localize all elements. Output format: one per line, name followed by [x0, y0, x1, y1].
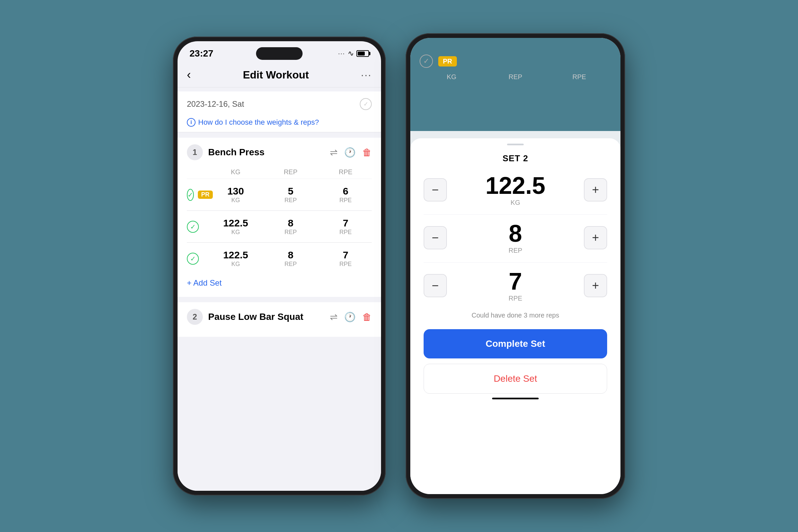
swap-exercise-button[interactable]: ⇌ [330, 147, 338, 158]
exercise2-name: Pause Low Bar Squat [208, 311, 324, 322]
set1-rpe-value: 6 [320, 186, 372, 197]
add-set-button[interactable]: + Add Set [187, 272, 372, 290]
set2-kg-unit: KG [209, 229, 262, 236]
history2-button[interactable]: 🕐 [344, 311, 356, 323]
delete-set-button[interactable]: Delete Set [424, 364, 607, 394]
exercise1-number: 1 [187, 144, 203, 160]
col-headers: KG REP RPE [187, 166, 372, 179]
page-title: Edit Workout [243, 69, 309, 81]
kg-decrement-button[interactable]: − [424, 178, 447, 202]
set2-rpe[interactable]: 7 RPE [320, 217, 372, 236]
set1-rpe[interactable]: 6 RPE [320, 186, 372, 204]
battery-icon [357, 50, 369, 57]
complete-set-button[interactable]: Complete Set [424, 329, 607, 358]
exercise1-card: 1 Bench Press ⇌ 🕐 🗑 KG REP RPE [177, 138, 381, 297]
set2-kg-value: 122.5 [209, 217, 262, 229]
col-kg-header: KG [209, 168, 262, 176]
delete-exercise2-button[interactable]: 🗑 [362, 311, 372, 323]
rep-stepper-row: − 8 REP + [424, 222, 607, 254]
set3-kg-value: 122.5 [209, 249, 262, 261]
rpe-hint-text: Could have done 3 more reps [472, 311, 559, 319]
col-rep-header: REP [264, 168, 317, 176]
rpe-value: 7 [509, 268, 522, 294]
check-icon: ✓ [363, 100, 368, 108]
set3-kg[interactable]: 122.5 KG [209, 249, 262, 268]
rep-value: 8 [509, 220, 522, 247]
complete-workout-button[interactable]: ✓ [360, 98, 372, 110]
set3-rep-value: 8 [264, 249, 317, 261]
sheet-handle [507, 144, 524, 145]
set3-rep-unit: REP [264, 261, 317, 268]
delete-exercise-button[interactable]: 🗑 [362, 147, 372, 158]
phone2-col-rpe: RPE [547, 73, 611, 81]
phone2-pr-badge: PR [438, 56, 457, 66]
wifi-icon: ∿ [348, 49, 354, 58]
rep-decrement-button[interactable]: − [424, 226, 447, 249]
exercise1-name: Bench Press [208, 147, 324, 158]
kg-value: 122.5 [486, 172, 545, 199]
kg-unit: KG [486, 199, 545, 207]
rpe-value-block: 7 RPE [508, 269, 522, 302]
info-icon: i [187, 118, 195, 127]
screen-content: ‹ Edit Workout ··· 2023-12-16, Sat ✓ i H… [177, 62, 381, 491]
set2-kg[interactable]: 122.5 KG [209, 217, 262, 236]
kg-value-block: 122.5 KG [486, 174, 545, 207]
phone2-col-headers: KG REP RPE [420, 73, 611, 81]
phone1-screen: 23:27 ··· ∿ ‹ Edit Workout ··· [177, 41, 381, 491]
set1-kg-value: 130 [209, 186, 262, 197]
rpe-decrement-button[interactable]: − [424, 274, 447, 297]
set2-rpe-unit: RPE [320, 229, 372, 236]
exercise2-card: 2 Pause Low Bar Squat ⇌ 🕐 🗑 [177, 302, 381, 337]
set2-rpe-value: 7 [320, 217, 372, 229]
set2-rep-unit: REP [264, 229, 317, 236]
set3-check[interactable]: ✓ [187, 253, 199, 265]
kg-increment-button[interactable]: + [584, 178, 607, 202]
nav-bar: ‹ Edit Workout ··· [177, 62, 381, 88]
set2-check-col: ✓ [187, 221, 207, 233]
exercise2-actions: ⇌ 🕐 🗑 [330, 311, 372, 323]
date-row: 2023-12-16, Sat ✓ [177, 92, 381, 114]
info-link-button[interactable]: i How do I choose the weights & reps? [187, 118, 372, 127]
swap-exercise2-button[interactable]: ⇌ [330, 311, 338, 323]
phone2-top-row: ✓ PR [420, 55, 611, 68]
rpe-stepper-row: − 7 RPE + [424, 269, 607, 302]
set1-kg[interactable]: 130 KG [209, 186, 262, 204]
kg-stepper-row: − 122.5 KG + [424, 174, 607, 207]
phone2-screen: ✓ PR KG REP RPE SET 2 − 122.5 [410, 38, 621, 494]
set1-rpe-unit: RPE [320, 197, 372, 204]
workout-date: 2023-12-16, Sat [187, 99, 244, 109]
phone1: 23:27 ··· ∿ ‹ Edit Workout ··· [173, 37, 386, 495]
phone2-col-rep: REP [483, 73, 547, 81]
set3-rpe-unit: RPE [320, 261, 372, 268]
rep-unit: REP [508, 247, 522, 254]
set-row-2: ✓ 122.5 KG 8 REP 7 RPE [187, 213, 372, 240]
set1-rep[interactable]: 5 REP [264, 186, 317, 204]
info-link-text: How do I choose the weights & reps? [198, 118, 319, 127]
dynamic-island [256, 47, 303, 60]
set1-rep-value: 5 [264, 186, 317, 197]
set3-kg-unit: KG [209, 261, 262, 268]
back-button[interactable]: ‹ [187, 68, 191, 82]
set1-rep-unit: REP [264, 197, 317, 204]
rep-value-block: 8 REP [508, 222, 522, 254]
set2-rep-value: 8 [264, 217, 317, 229]
set3-rpe[interactable]: 7 RPE [320, 249, 372, 268]
set2-rep[interactable]: 8 REP [264, 217, 317, 236]
rep-increment-button[interactable]: + [584, 226, 607, 249]
rpe-increment-button[interactable]: + [584, 274, 607, 297]
exercise1-header: 1 Bench Press ⇌ 🕐 🗑 [187, 144, 372, 160]
status-icons: ··· ∿ [338, 49, 369, 58]
more-menu-button[interactable]: ··· [361, 69, 372, 81]
phone2: ✓ PR KG REP RPE SET 2 − 122.5 [406, 33, 625, 499]
set3-rep[interactable]: 8 REP [264, 249, 317, 268]
history-button[interactable]: 🕐 [344, 147, 356, 158]
set-row-3: ✓ 122.5 KG 8 REP 7 RPE [187, 245, 372, 272]
set2-check[interactable]: ✓ [187, 221, 199, 233]
signal-dots-icon: ··· [338, 50, 345, 57]
phone2-background: ✓ PR KG REP RPE [410, 38, 621, 131]
bottom-sheet: SET 2 − 122.5 KG + − 8 REP [410, 138, 621, 494]
exercise2-header: 2 Pause Low Bar Squat ⇌ 🕐 🗑 [187, 309, 372, 325]
exercise1-actions: ⇌ 🕐 🗑 [330, 147, 372, 158]
set1-check[interactable]: ✓ [187, 189, 194, 201]
home-indicator [492, 398, 539, 399]
